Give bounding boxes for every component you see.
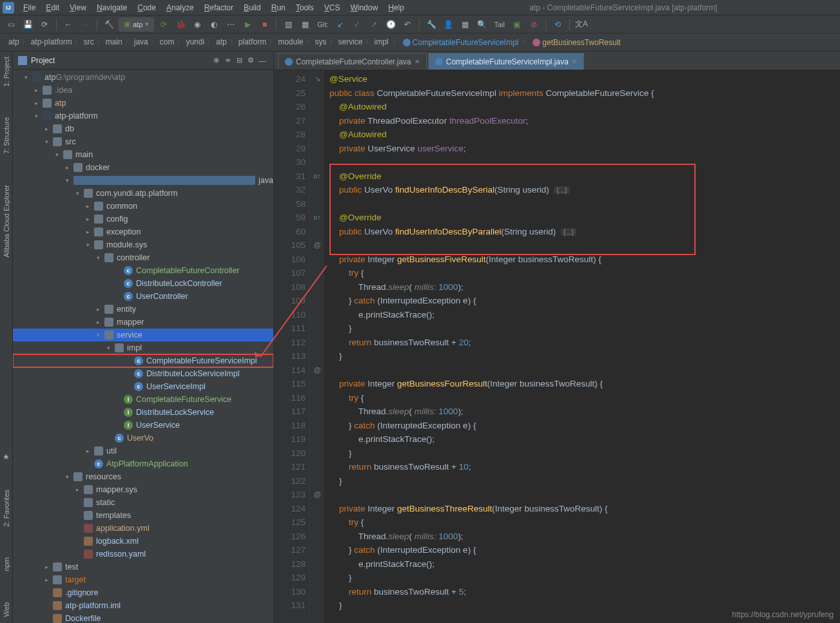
menu-build[interactable]: Build (239, 3, 266, 12)
menu-help[interactable]: Help (383, 3, 409, 12)
debug-icon[interactable]: 🐞 (173, 17, 188, 32)
expand-icon[interactable]: ≑ (222, 55, 233, 66)
git-update-icon[interactable]: ↙ (333, 17, 347, 32)
tree-node[interactable]: cCompletableFutureController (13, 264, 273, 277)
tree-node[interactable]: IUserService (13, 419, 273, 432)
tree-node[interactable]: application.yml (13, 522, 273, 535)
tree-node[interactable]: ▾atp-platform (13, 110, 273, 122)
deploy-icon[interactable]: ⟲ (551, 17, 565, 32)
tail-icon[interactable]: ▣ (510, 17, 524, 32)
close-icon[interactable]: ✕ (415, 58, 420, 65)
breadcrumb-item[interactable]: module (276, 37, 305, 46)
rail-npm[interactable]: npm (3, 555, 10, 573)
menu-run[interactable]: Run (266, 3, 291, 12)
profile-icon[interactable]: ◐ (207, 17, 221, 32)
menu-file[interactable]: File (18, 3, 41, 12)
tree-node[interactable]: .gitignore (13, 586, 273, 599)
refresh-icon[interactable]: ⟳ (37, 17, 52, 32)
tree-node[interactable]: ICompletableFutureService (13, 393, 273, 406)
tree-node[interactable]: ▸entity (13, 303, 273, 316)
structure-icon[interactable]: ▦ (458, 17, 472, 32)
menu-analyze[interactable]: Analyze (161, 3, 199, 12)
breadcrumb-item[interactable]: sys (313, 37, 329, 46)
back-icon[interactable]: ← (61, 17, 75, 32)
editor-tab[interactable]: CompletableFutureServiceImpl.java✕ (428, 53, 584, 70)
tree-node[interactable]: ▸db (13, 122, 273, 135)
line-gutter[interactable]: 2425262728293031325859601051061071081091… (274, 70, 310, 623)
tree-node[interactable]: ▸.idea (13, 84, 273, 97)
rail-alibaba[interactable]: Alibaba Cloud Explorer (3, 182, 10, 260)
breadcrumb-item[interactable]: java (132, 37, 150, 46)
open-icon[interactable]: ▭ (4, 17, 18, 32)
tree-node[interactable]: cUserServiceImpl (13, 380, 273, 393)
save-icon[interactable]: 💾 (21, 17, 35, 32)
tree-node[interactable]: ▸mapper.sys (13, 483, 273, 496)
menu-view[interactable]: View (64, 3, 92, 12)
breadcrumb-item[interactable]: com (158, 37, 177, 46)
tree-node[interactable]: logback.xml (13, 535, 273, 548)
hide-icon[interactable]: — (257, 55, 268, 66)
breadcrumb-item[interactable]: yundi (184, 37, 206, 46)
tree-node[interactable]: static (13, 496, 273, 509)
menu-tools[interactable]: Tools (291, 3, 319, 12)
rail-web[interactable]: Web (3, 600, 10, 619)
git-rollback-icon[interactable]: ↶ (400, 17, 415, 32)
build-icon[interactable]: 🔨 (102, 17, 116, 32)
marker-gutter[interactable]: ↘o↑o↑@@@ (310, 70, 324, 623)
breadcrumb-item[interactable]: atp-platform (29, 37, 74, 46)
tree-node[interactable]: IDistributeLockService (13, 406, 273, 419)
search-icon[interactable]: 🔍 (474, 17, 489, 32)
tree-node[interactable]: ▸common (13, 200, 273, 213)
gear-icon[interactable]: ⚙ (245, 55, 257, 66)
menu-edit[interactable]: Edit (41, 3, 64, 12)
tree-node[interactable]: ▸exception (13, 225, 273, 238)
tree-node[interactable]: redisson.yaml (13, 548, 273, 561)
wrench-icon[interactable]: ▦ (298, 17, 312, 32)
tree-node[interactable]: cUserController (13, 290, 273, 303)
breadcrumb-item[interactable]: impl (373, 37, 391, 46)
git-push-icon[interactable]: ↗ (367, 17, 381, 32)
breadcrumb-item[interactable]: main (104, 37, 124, 46)
tree-node[interactable]: ▾service (13, 329, 273, 341)
git-commit-icon[interactable]: ✓ (350, 17, 364, 32)
tree-node[interactable]: ▸target (13, 573, 273, 586)
code-editor[interactable]: 2425262728293031325859601051061071081091… (274, 70, 840, 623)
editor-tab[interactable]: CompletableFutureController.java✕ (278, 53, 427, 70)
tree-node[interactable]: ▾resources (13, 470, 273, 483)
menu-window[interactable]: Window (345, 3, 383, 12)
tree-node[interactable]: ▾src (13, 135, 273, 148)
tree-node[interactable]: atp-platform.iml (13, 599, 273, 612)
tree-node[interactable]: ▾java (13, 174, 273, 187)
tree-node[interactable]: cUserVo (13, 432, 273, 445)
tree-node[interactable]: ▸docker (13, 161, 273, 174)
breadcrumb-item[interactable]: service (337, 37, 365, 46)
tree-node[interactable]: ▾atp G:\program\dev\atp (13, 71, 273, 84)
tree-node[interactable]: cDistributeLockController (13, 277, 273, 290)
menu-refactor[interactable]: Refactor (199, 3, 239, 12)
tree-node[interactable]: ▸util (13, 445, 273, 457)
git-history-icon[interactable]: 🕐 (384, 17, 398, 32)
breadcrumb-method[interactable]: getBusinessTwoResult (531, 38, 622, 47)
run-restart-icon[interactable]: ⟳ (157, 17, 171, 32)
tree-node[interactable]: ▾impl (13, 341, 273, 354)
project-tree[interactable]: ▾atp G:\program\dev\atp▸.idea▸atp▾atp-pl… (13, 70, 273, 623)
breadcrumb-item[interactable]: platform (237, 37, 268, 46)
menu-code[interactable]: Code (132, 3, 161, 12)
stop-icon[interactable]: ■ (257, 17, 271, 32)
close-icon[interactable]: ✕ (572, 58, 577, 65)
breadcrumb-item[interactable]: atp (6, 37, 21, 46)
tree-node[interactable]: ▾module.sys (13, 238, 273, 251)
breadcrumb-class[interactable]: CompletableFutureServiceImpl (401, 38, 521, 47)
tree-node[interactable]: ▸mapper (13, 316, 273, 329)
block-icon[interactable]: ⊘ (527, 17, 541, 32)
tree-node[interactable]: templates (13, 509, 273, 522)
source-view[interactable]: @Servicepublic class CompletableFutureSe… (324, 70, 840, 623)
collapse-icon[interactable]: ⊟ (233, 55, 245, 66)
menu-navigate[interactable]: Navigate (92, 3, 132, 12)
coverage-icon[interactable]: ◉ (190, 17, 204, 32)
translate-icon[interactable]: 文A (574, 17, 589, 32)
db-icon[interactable]: ▧ (281, 17, 295, 32)
select-opened-icon[interactable]: ⊕ (210, 55, 222, 66)
tree-node[interactable]: ▾main (13, 148, 273, 161)
tree-node[interactable]: cDistributeLockServiceImpl (13, 367, 273, 380)
